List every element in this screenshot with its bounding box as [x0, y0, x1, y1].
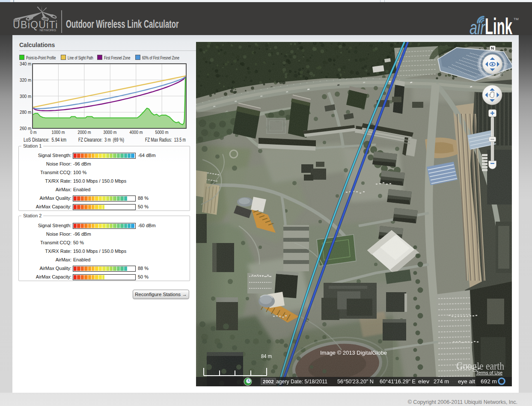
svg-text:NETWORKS: NETWORKS [40, 28, 57, 32]
svg-text:FZ Clearance: 3 m (69 %): FZ Clearance: 3 m (69 %) [78, 137, 124, 143]
svg-text:3000 m: 3000 m [104, 130, 117, 135]
svg-text:260 m: 260 m [20, 126, 31, 131]
svg-text:84 m: 84 m [261, 353, 272, 359]
svg-text:elev: elev [418, 378, 430, 385]
svg-text:5000 m: 5000 m [155, 130, 169, 135]
svg-text:eye alt: eye alt [458, 378, 475, 385]
svg-text:300 m: 300 m [20, 94, 31, 99]
svg-text:0 m: 0 m [30, 130, 37, 135]
svg-text:4000 m: 4000 m [130, 130, 143, 135]
svg-text:340 m: 340 m [20, 61, 31, 66]
svg-text:Link: Link [485, 14, 513, 38]
svg-text:LoS Distance: 5.94 km: LoS Distance: 5.94 km [24, 137, 66, 143]
svg-text:TM: TM [514, 17, 519, 21]
svg-text:692 m: 692 m [481, 378, 497, 385]
svg-text:2000 m: 2000 m [78, 130, 91, 135]
svg-text:60°41'16.29" E: 60°41'16.29" E [380, 378, 416, 385]
svg-text:agery Date: 5/18/2011: agery Date: 5/18/2011 [276, 378, 327, 385]
svg-text:280 m: 280 m [20, 110, 31, 115]
svg-text:320 m: 320 m [20, 77, 31, 83]
svg-text:FZ Max Radius: 13.5 m: FZ Max Radius: 13.5 m [145, 137, 186, 143]
svg-text:274 m: 274 m [434, 378, 449, 385]
svg-text:Terms of Use: Terms of Use [476, 370, 502, 375]
svg-text:1000 m: 1000 m [52, 130, 65, 135]
svg-text:56°50'23.20" N: 56°50'23.20" N [337, 378, 374, 385]
svg-text:Image © 2013 DigitalGlobe: Image © 2013 DigitalGlobe [320, 350, 387, 356]
svg-text:2002: 2002 [263, 379, 274, 384]
